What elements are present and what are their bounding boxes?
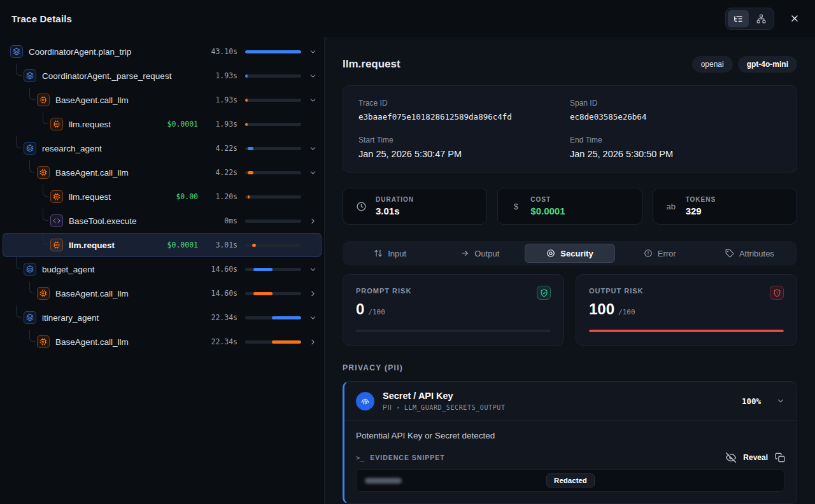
chevron-down-icon[interactable]	[308, 144, 318, 153]
chevron-down-icon[interactable]	[308, 72, 318, 80]
layers-icon	[24, 263, 36, 276]
tab-attributes[interactable]: Attributes	[705, 244, 795, 263]
trace-row[interactable]: BaseAgent.call_llm22.34s	[0, 330, 324, 354]
start-time-field: Start Time Jan 25, 2026 5:30:47 PM	[358, 136, 570, 159]
tree-indent	[10, 160, 37, 185]
pii-rule-id: LLM_GUARD_SECRETS_OUTPUT	[404, 404, 506, 411]
detail-tabs: Input Output Security Error Attributes	[343, 241, 797, 265]
span-timeline-bar	[245, 50, 301, 53]
trace-row[interactable]: BaseAgent.call_llm14.60s	[0, 281, 324, 305]
tree-indent	[10, 330, 37, 354]
trace-row[interactable]: CoordinatorAgent.plan_trip43.10s	[0, 39, 324, 64]
span-name: budget_agent	[42, 265, 204, 274]
trace-row[interactable]: itinerary_agent22.34s	[0, 305, 324, 330]
pii-confidence: 100%	[742, 396, 761, 406]
span-timeline-bar	[245, 268, 301, 271]
detail-header: llm.request openai gpt-4o-mini	[343, 56, 797, 73]
trace-row[interactable]: CoordinatorAgent._parse_request1.93s	[0, 64, 324, 88]
arrows-updown-icon	[374, 249, 383, 258]
span-name: llm.request	[69, 120, 167, 129]
cost-card: $ COST $0.0001	[497, 188, 642, 225]
topbar: Trace Details	[0, 0, 815, 37]
layers-icon	[24, 142, 36, 155]
trace-row[interactable]: BaseAgent.call_llm4.22s	[0, 160, 324, 185]
output-risk-max: /100	[618, 308, 635, 316]
span-duration: 1.93s	[204, 120, 237, 129]
layers-icon	[10, 45, 23, 58]
tree-connector	[43, 233, 48, 245]
tree-connector	[43, 185, 48, 197]
span-timeline-bar	[245, 195, 301, 199]
span-timeline-bar	[245, 147, 301, 150]
span-timeline-bar	[245, 99, 301, 102]
trace-row[interactable]: budget_agent14.60s	[0, 257, 324, 281]
span-name: llm.request	[69, 241, 167, 250]
chevron-down-icon[interactable]	[308, 169, 318, 177]
span-name: BaseTool.execute	[69, 216, 204, 226]
chevron-right-icon[interactable]	[308, 338, 318, 346]
reveal-button[interactable]: Reveal	[743, 453, 768, 462]
trace-row[interactable]: BaseAgent.call_llm1.93s	[0, 88, 324, 112]
span-cost: $0.00	[176, 192, 198, 201]
tab-input-label: Input	[388, 249, 406, 258]
chip-icon	[37, 166, 50, 179]
tree-connector	[16, 64, 22, 76]
prompt-risk-bar	[356, 330, 551, 332]
chevron-right-icon[interactable]	[308, 290, 318, 298]
span-duration: 4.22s	[204, 168, 237, 177]
tree-indent	[10, 185, 50, 209]
tree-view-button[interactable]	[728, 10, 749, 27]
tab-input[interactable]: Input	[345, 244, 435, 263]
trace-id-label: Trace ID	[358, 99, 570, 108]
prompt-risk-value: 0	[356, 300, 364, 318]
fingerprint-icon	[356, 392, 374, 410]
span-timeline-bar	[245, 171, 301, 174]
trace-row[interactable]: research_agent4.22s	[0, 136, 324, 160]
tree-indent	[10, 257, 24, 281]
chevron-right-icon[interactable]	[308, 217, 318, 225]
clock-icon	[355, 201, 367, 212]
pii-finding-header[interactable]: Secret / API Key PII LLM_GUARD_SECRETS_O…	[344, 382, 797, 420]
page-title: Trace Details	[11, 13, 72, 24]
trace-tree: CoordinatorAgent.plan_trip43.10sCoordina…	[0, 39, 324, 354]
copy-icon[interactable]	[775, 452, 785, 463]
shield-check-icon	[537, 286, 551, 300]
eye-off-icon[interactable]	[726, 452, 736, 463]
tree-connector	[29, 160, 35, 172]
tokens-value: 329	[686, 206, 716, 216]
chevron-down-icon[interactable]	[308, 314, 318, 322]
span-name: BaseAgent.call_llm	[55, 168, 204, 178]
tree-connector	[43, 112, 48, 124]
span-cost: $0.0001	[167, 241, 198, 249]
tab-error[interactable]: Error	[615, 244, 705, 263]
evidence-row: >_ EVIDENCE SNIPPET Reveal	[356, 452, 785, 463]
span-id-value: ec8de03585e26b64	[570, 112, 781, 122]
tree-indent	[10, 112, 50, 136]
chip-icon	[50, 118, 63, 130]
tree-indent	[10, 281, 37, 305]
span-name: CoordinatorAgent.plan_trip	[29, 47, 204, 57]
pii-description: Potential API Key or Secret detected	[356, 431, 785, 440]
chevron-down-icon[interactable]	[776, 396, 785, 405]
close-button[interactable]	[786, 10, 804, 27]
chevron-down-icon[interactable]	[308, 48, 318, 56]
span-timeline-bar	[245, 123, 301, 126]
trace-row[interactable]: llm.request$0.001.20s	[0, 185, 324, 209]
trace-row[interactable]: llm.request$0.00011.93s	[0, 112, 324, 136]
graph-view-button[interactable]	[751, 10, 772, 27]
trace-row[interactable]: llm.request$0.00013.01s	[3, 233, 322, 257]
tab-security[interactable]: Security	[525, 244, 614, 263]
trace-row[interactable]: BaseTool.execute0ms	[0, 209, 324, 233]
tree-indent	[10, 136, 24, 160]
tree-connector	[29, 330, 35, 342]
tab-error-label: Error	[658, 249, 676, 258]
network-icon	[756, 14, 766, 24]
chevron-down-icon[interactable]	[308, 96, 318, 104]
chip-icon	[37, 287, 50, 300]
end-time-label: End Time	[570, 136, 781, 144]
code-icon	[50, 214, 63, 227]
tab-output[interactable]: Output	[435, 244, 525, 263]
tab-security-label: Security	[560, 249, 593, 258]
chevron-down-icon[interactable]	[308, 265, 318, 274]
span-timeline-bar	[245, 244, 301, 247]
